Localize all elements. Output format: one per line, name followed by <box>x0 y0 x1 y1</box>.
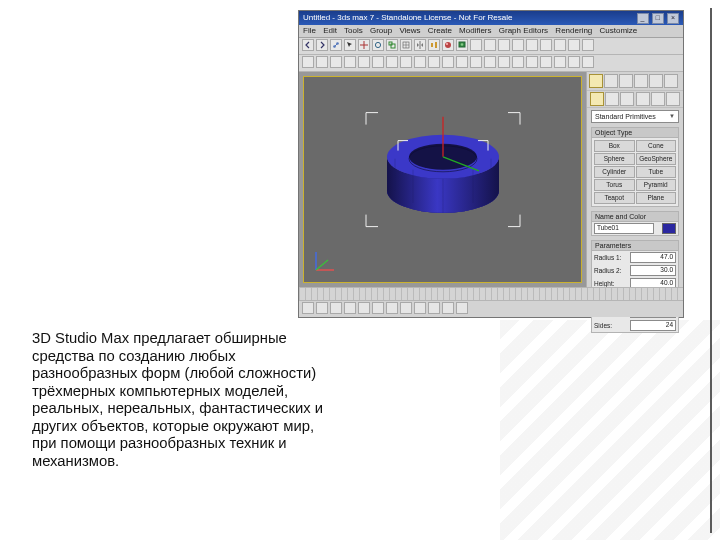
timeline-ruler[interactable] <box>299 287 683 300</box>
toolbar-icon[interactable] <box>498 39 510 51</box>
toolbar-icon[interactable] <box>456 56 468 68</box>
toolbar-icon[interactable] <box>526 56 538 68</box>
status-icon[interactable] <box>400 302 412 314</box>
toolbar-icon[interactable] <box>484 56 496 68</box>
menu-item[interactable]: Edit <box>323 26 337 35</box>
toolbar-icon[interactable] <box>330 56 342 68</box>
undo-button[interactable] <box>302 39 314 51</box>
play-button[interactable] <box>358 302 370 314</box>
maximize-viewport-button[interactable] <box>456 302 468 314</box>
toolbar-icon[interactable] <box>316 56 328 68</box>
cameras-category[interactable] <box>636 92 650 106</box>
primitive-button[interactable]: Cone <box>636 140 677 152</box>
status-icon[interactable] <box>316 302 328 314</box>
toolbar-icon[interactable] <box>540 56 552 68</box>
toolbar-icon[interactable] <box>400 56 412 68</box>
menu-item[interactable]: File <box>303 26 316 35</box>
perspective-viewport[interactable] <box>303 76 582 283</box>
toolbar-icon[interactable] <box>526 39 538 51</box>
primitive-button[interactable]: Plane <box>636 192 677 204</box>
color-swatch[interactable] <box>662 223 676 234</box>
redo-button[interactable] <box>316 39 328 51</box>
render-button[interactable] <box>456 39 468 51</box>
menu-item[interactable]: Rendering <box>555 26 592 35</box>
toolbar-icon[interactable] <box>372 56 384 68</box>
close-button[interactable]: × <box>667 13 679 24</box>
create-tab[interactable] <box>589 74 603 88</box>
toolbar-icon[interactable] <box>554 56 566 68</box>
toolbar-icon[interactable] <box>582 39 594 51</box>
toolbar-icon[interactable] <box>386 56 398 68</box>
modify-tab[interactable] <box>604 74 618 88</box>
orbit-button[interactable] <box>442 302 454 314</box>
menu-item[interactable]: Views <box>399 26 420 35</box>
mirror-button[interactable] <box>414 39 426 51</box>
status-icon[interactable] <box>386 302 398 314</box>
subcategory-dropdown[interactable]: Standard Primitives ▼ <box>591 110 679 123</box>
radius2-spinner[interactable]: 30.0 <box>630 265 676 276</box>
toolbar-icon[interactable] <box>498 56 510 68</box>
toolbar-icon[interactable] <box>302 56 314 68</box>
helpers-category[interactable] <box>651 92 665 106</box>
display-tab[interactable] <box>649 74 663 88</box>
lights-category[interactable] <box>620 92 634 106</box>
primitive-button[interactable]: Cylinder <box>594 166 635 178</box>
snap-button[interactable] <box>400 39 412 51</box>
toolbar-icon[interactable] <box>470 39 482 51</box>
primitive-button[interactable]: Teapot <box>594 192 635 204</box>
toolbar-icon[interactable] <box>512 56 524 68</box>
rollout-header[interactable]: Object Type <box>592 128 678 138</box>
status-icon[interactable] <box>344 302 356 314</box>
primitive-button[interactable]: Tube <box>636 166 677 178</box>
pan-button[interactable] <box>428 302 440 314</box>
maximize-button[interactable]: □ <box>652 13 664 24</box>
menu-item[interactable]: Group <box>370 26 392 35</box>
status-icon[interactable] <box>372 302 384 314</box>
spacewarps-category[interactable] <box>666 92 680 106</box>
minimize-button[interactable]: _ <box>637 13 649 24</box>
toolbar-icon[interactable] <box>344 56 356 68</box>
sides-spinner[interactable]: 24 <box>630 320 676 331</box>
toolbar-icon[interactable] <box>442 56 454 68</box>
shapes-category[interactable] <box>605 92 619 106</box>
link-button[interactable] <box>330 39 342 51</box>
toolbar-icon[interactable] <box>540 39 552 51</box>
toolbar-icon[interactable] <box>484 39 496 51</box>
rollout-header[interactable]: Name and Color <box>592 212 678 222</box>
menu-item[interactable]: Create <box>428 26 452 35</box>
hierarchy-tab[interactable] <box>619 74 633 88</box>
primitive-button[interactable]: GeoSphere <box>636 153 677 165</box>
toolbar-icon[interactable] <box>414 56 426 68</box>
menu-item[interactable]: Tools <box>344 26 363 35</box>
toolbar-icon[interactable] <box>470 56 482 68</box>
scale-button[interactable] <box>386 39 398 51</box>
toolbar-icon[interactable] <box>568 39 580 51</box>
motion-tab[interactable] <box>634 74 648 88</box>
toolbar-icon[interactable] <box>582 56 594 68</box>
primitive-button[interactable]: Box <box>594 140 635 152</box>
status-icon[interactable] <box>302 302 314 314</box>
toolbar-icon[interactable] <box>554 39 566 51</box>
rollout-header[interactable]: Parameters <box>592 241 678 251</box>
menu-item[interactable]: Graph Editors <box>499 26 548 35</box>
tube-object[interactable] <box>373 98 513 238</box>
toolbar-icon[interactable] <box>568 56 580 68</box>
object-name-field[interactable]: Tube01 <box>594 223 654 234</box>
primitive-button[interactable]: Torus <box>594 179 635 191</box>
rotate-button[interactable] <box>372 39 384 51</box>
toolbar-icon[interactable] <box>428 56 440 68</box>
select-button[interactable] <box>344 39 356 51</box>
utilities-tab[interactable] <box>664 74 678 88</box>
primitive-button[interactable]: Sphere <box>594 153 635 165</box>
menu-item[interactable]: Modifiers <box>459 26 491 35</box>
zoom-button[interactable] <box>414 302 426 314</box>
material-editor-button[interactable] <box>442 39 454 51</box>
primitive-button[interactable]: Pyramid <box>636 179 677 191</box>
menu-item[interactable]: Customize <box>600 26 638 35</box>
radius1-spinner[interactable]: 47.0 <box>630 252 676 263</box>
move-button[interactable] <box>358 39 370 51</box>
toolbar-icon[interactable] <box>512 39 524 51</box>
align-button[interactable] <box>428 39 440 51</box>
toolbar-icon[interactable] <box>358 56 370 68</box>
status-icon[interactable] <box>330 302 342 314</box>
